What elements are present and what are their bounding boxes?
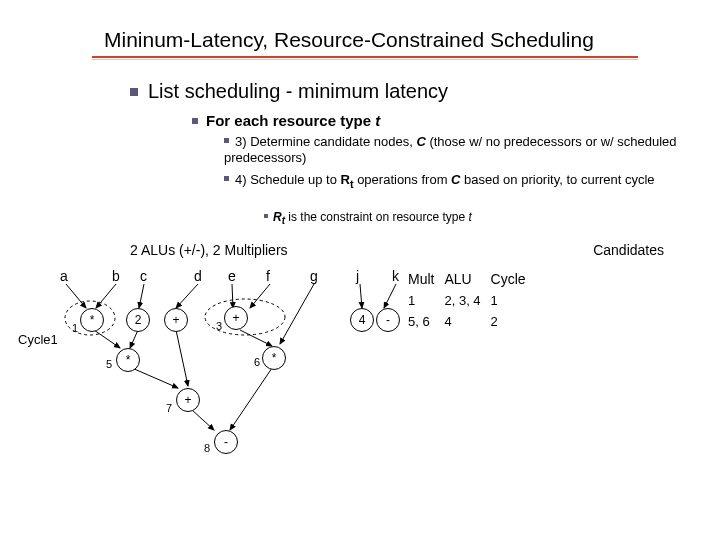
- col-alu: ALU: [444, 268, 490, 290]
- l1-text: List scheduling - minimum latency: [148, 80, 448, 102]
- l3a-C: C: [416, 134, 425, 149]
- svg-line-8: [280, 284, 314, 344]
- node-plus-cd: +: [164, 308, 188, 332]
- svg-line-11: [94, 330, 120, 348]
- col-mult: Mult: [408, 268, 444, 290]
- cell-mult: 1: [408, 290, 444, 311]
- svg-line-10: [384, 284, 396, 308]
- square-bullet-icon: [224, 176, 229, 181]
- l2-prefix: For each resource type: [206, 112, 375, 129]
- bullet-level4: Rt is the constraint on resource type t: [264, 210, 688, 228]
- node-8-label: 8: [204, 442, 210, 454]
- node-6-label: 6: [254, 356, 260, 368]
- node-1-label: 1: [72, 322, 78, 334]
- table-header-row: Mult ALU Cycle: [408, 268, 536, 290]
- node-5-label: 5: [106, 358, 112, 370]
- node-j: 4: [350, 308, 374, 332]
- square-bullet-icon: [192, 118, 198, 124]
- svg-line-12: [130, 330, 138, 348]
- node-2: 2: [126, 308, 150, 332]
- title-underline-shadow: [92, 59, 638, 60]
- square-bullet-icon: [224, 138, 229, 143]
- col-a: a: [60, 268, 68, 284]
- title-underline: [92, 56, 638, 58]
- node-7: +: [176, 388, 200, 412]
- svg-line-5: [176, 284, 198, 308]
- candidates-table: Mult ALU Cycle 1 2, 3, 4 1 5, 6 4 2: [408, 268, 536, 332]
- svg-line-17: [230, 368, 272, 430]
- node-k: -: [376, 308, 400, 332]
- cell-mult: 5, 6: [408, 311, 444, 332]
- node-8: -: [214, 430, 238, 454]
- l2-var: t: [375, 112, 380, 129]
- svg-line-13: [176, 330, 188, 386]
- svg-line-2: [66, 284, 86, 308]
- col-e: e: [228, 268, 236, 284]
- cell-cycle: 2: [491, 311, 536, 332]
- l3b-R: R: [341, 172, 350, 187]
- l3a-prefix: 3) Determine candidate nodes,: [235, 134, 416, 149]
- col-k: k: [392, 268, 399, 284]
- svg-line-15: [132, 368, 178, 388]
- resources-label: 2 ALUs (+/-), 2 Multipliers: [130, 242, 288, 258]
- col-f: f: [266, 268, 270, 284]
- node-6: *: [262, 346, 286, 370]
- bullet-level1: List scheduling - minimum latency: [130, 80, 448, 103]
- col-j: j: [356, 268, 359, 284]
- l3b-prefix: 4) Schedule up to: [235, 172, 341, 187]
- table-row: 5, 6 4 2: [408, 311, 536, 332]
- bullet-level3-a: 3) Determine candidate nodes, C (those w…: [224, 134, 688, 167]
- col-d: d: [194, 268, 202, 284]
- col-c: c: [140, 268, 147, 284]
- l4-tvar: t: [468, 210, 471, 224]
- l3b-rest: based on priority, to current cycle: [460, 172, 654, 187]
- graph-edges: [58, 268, 428, 518]
- dag-graph: a b c d e f g j k *: [58, 268, 428, 518]
- node-5: *: [116, 348, 140, 372]
- svg-line-4: [139, 284, 144, 308]
- cycle1-label: Cycle1: [18, 332, 58, 347]
- node-7-label: 7: [166, 402, 172, 414]
- bullet-level3-b: 4) Schedule up to Rt operations from C b…: [224, 172, 688, 191]
- svg-line-6: [232, 284, 233, 308]
- square-bullet-icon: [264, 214, 268, 218]
- col-cycle: Cycle: [491, 268, 536, 290]
- node-1: *: [80, 308, 104, 332]
- svg-line-3: [96, 284, 116, 308]
- l4-R: R: [273, 210, 282, 224]
- l3b-mid: operations from: [354, 172, 452, 187]
- svg-line-7: [250, 284, 270, 308]
- cell-alu: 4: [444, 311, 490, 332]
- col-g: g: [310, 268, 318, 284]
- node-plus-ef: +: [224, 306, 248, 330]
- cell-alu: 2, 3, 4: [444, 290, 490, 311]
- cell-cycle: 1: [491, 290, 536, 311]
- svg-line-16: [192, 410, 214, 430]
- table-row: 1 2, 3, 4 1: [408, 290, 536, 311]
- svg-line-9: [360, 284, 362, 308]
- col-b: b: [112, 268, 120, 284]
- node-3-label: 3: [216, 320, 222, 332]
- candidates-label: Candidates: [593, 242, 664, 258]
- bullet-level2: For each resource type t: [192, 112, 380, 129]
- svg-line-14: [240, 330, 272, 346]
- page-title: Mininum-Latency, Resource-Constrained Sc…: [104, 28, 594, 52]
- l4-rest: is the constraint on resource type: [285, 210, 468, 224]
- square-bullet-icon: [130, 88, 138, 96]
